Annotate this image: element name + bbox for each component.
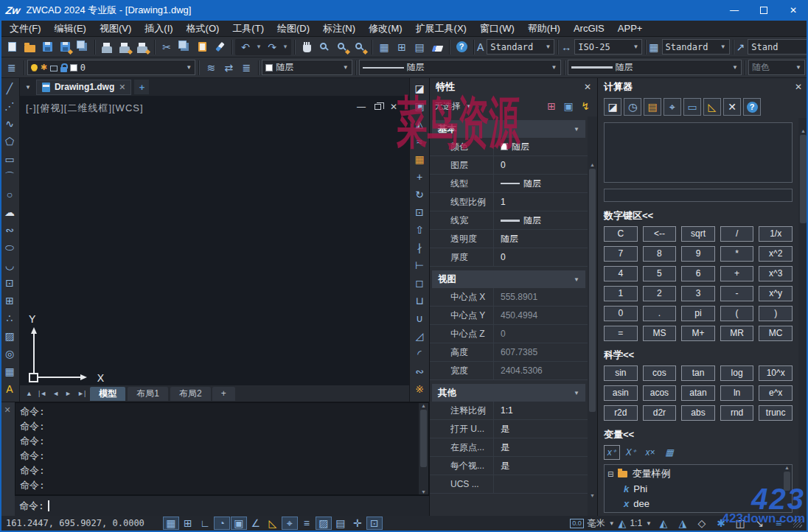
scroll-up-icon[interactable]: ▲	[421, 403, 426, 408]
save-all-button[interactable]	[74, 39, 91, 55]
chevron-down-icon[interactable]: ▼	[720, 43, 726, 50]
calc-key-=[interactable]: =	[604, 326, 638, 341]
property-value[interactable]: 1:1	[493, 402, 588, 419]
tree-collapse-icon[interactable]: ⊟	[607, 470, 613, 478]
calc-key-8[interactable]: 8	[643, 246, 677, 262]
property-value[interactable]: 2404.5306	[493, 362, 588, 379]
calc-key-x^2[interactable]: x^2	[759, 246, 793, 262]
chevron-down-icon[interactable]: ▼	[574, 390, 579, 396]
erase-button[interactable]: ◪	[411, 80, 428, 97]
scale-button[interactable]: ⊡	[411, 203, 428, 221]
tree-item-dee[interactable]: xdee	[607, 496, 779, 511]
clean-screen-button[interactable]: ↘	[751, 517, 767, 530]
scroll-up-icon[interactable]: ▲	[590, 162, 595, 167]
angle-button[interactable]: ◺	[703, 98, 721, 116]
scroll-thumb[interactable]	[784, 472, 790, 491]
layout-nav-button-4[interactable]: ►|	[74, 390, 88, 397]
section-header-基本[interactable]: 基本▼	[432, 120, 585, 138]
chevron-down-icon[interactable]: ▼	[551, 64, 557, 71]
property-value[interactable]	[493, 475, 588, 493]
history-button[interactable]: ◷	[624, 98, 641, 116]
ellipse-button[interactable]: ⬭	[1, 239, 18, 256]
open-file-button[interactable]	[21, 39, 38, 55]
calc-key-9[interactable]: 9	[681, 246, 715, 262]
child-restore-button[interactable]	[375, 104, 381, 110]
viewport-controls[interactable]: [-][俯视][二维线框][WCS]	[26, 102, 144, 115]
grid-button[interactable]: ⊞	[180, 517, 196, 530]
get-coordinates-button[interactable]: ⌖	[664, 98, 681, 116]
new-document-button[interactable]: +	[134, 80, 149, 94]
chevron-down-icon[interactable]: ▼	[545, 43, 551, 50]
property-value[interactable]: 是	[493, 438, 588, 456]
units-label[interactable]: 毫米	[588, 517, 605, 530]
calc-key-)[interactable]: )	[759, 306, 793, 321]
array-button[interactable]: ▦	[411, 150, 428, 168]
table-style-combo[interactable]: Standard▼	[662, 39, 730, 55]
calc-key-pi[interactable]: pi	[681, 306, 715, 321]
property-value[interactable]: 是	[493, 457, 588, 475]
property-value[interactable]: 随层	[493, 230, 588, 248]
sci-key-10^x[interactable]: 10^x	[759, 365, 793, 381]
sci-key-trunc[interactable]: trunc	[759, 405, 793, 421]
calc-key-([interactable]: (	[720, 306, 754, 321]
text-style-combo[interactable]: Standard▼	[487, 39, 554, 55]
delete-variable-button[interactable]: x×	[642, 445, 658, 460]
insert-block-button[interactable]: ⊡	[1, 274, 18, 292]
calc-key-7[interactable]: 7	[604, 246, 638, 262]
point-button[interactable]: ∴	[1, 309, 18, 327]
layer-manager-button[interactable]: ≣	[3, 60, 21, 76]
publish-button[interactable]	[133, 39, 151, 55]
help-button[interactable]	[453, 39, 470, 55]
redo-button[interactable]: ↷	[263, 39, 281, 55]
undo-button[interactable]: ↶	[237, 39, 254, 55]
tree-item-Phi[interactable]: kPhi	[607, 481, 779, 496]
lineweight-button[interactable]: ≡	[299, 517, 315, 530]
break-button[interactable]: ⊔	[411, 292, 428, 309]
child-close-button[interactable]: ✕	[390, 102, 397, 112]
paste-button[interactable]	[193, 39, 211, 55]
calc-key-5[interactable]: 5	[643, 266, 677, 281]
snap-button[interactable]: ▦	[163, 517, 179, 530]
layout-nav-button-0[interactable]: ▲	[23, 390, 35, 397]
transparency-button[interactable]: ▨	[316, 517, 332, 530]
intersection-button[interactable]: ✕	[723, 98, 741, 116]
calc-key-1/x[interactable]: 1/x	[759, 226, 793, 242]
print-button[interactable]	[98, 39, 116, 55]
numpad-section-title[interactable]: 数字键区<<	[604, 209, 793, 223]
menu-item-10[interactable]: 窗口(W)	[473, 21, 521, 36]
command-scrollbar[interactable]: ▲ ▼	[419, 403, 428, 494]
calculator-close-icon[interactable]: ✕	[795, 82, 802, 92]
join-button[interactable]: ∪	[411, 309, 428, 327]
toggle-pickadd-button[interactable]: ⊞	[544, 99, 559, 113]
layout-tab-模型[interactable]: 模型	[90, 387, 125, 401]
menu-item-2[interactable]: 视图(V)	[93, 21, 138, 36]
command-history-lines[interactable]: 命令:命令:命令:命令:命令:命令:	[15, 403, 419, 494]
property-value[interactable]: 0	[493, 325, 588, 343]
calc-key-x^y[interactable]: x^y	[759, 286, 793, 301]
tab-close-icon[interactable]: ✕	[119, 83, 125, 92]
blend-button[interactable]: ∾	[411, 363, 428, 380]
distance-button[interactable]: ▭	[683, 98, 701, 116]
layer-translator-button[interactable]: ≣	[237, 60, 255, 76]
calc-key-4[interactable]: 4	[604, 266, 638, 281]
explode-button[interactable]: ※	[411, 380, 428, 398]
annotation-scale-icon[interactable]: ◭	[619, 518, 627, 528]
calc-key-C[interactable]: C	[604, 226, 638, 242]
calc-key-x^3[interactable]: x^3	[759, 266, 793, 281]
lineweight-combo[interactable]: 随层 ▼	[568, 60, 742, 75]
circle-button[interactable]: ○	[1, 186, 18, 203]
calc-key-MC[interactable]: MC	[759, 326, 793, 341]
properties-scrollbar[interactable]: ▲ ▼	[588, 116, 597, 516]
undo-dropdown-button[interactable]: ▾	[254, 39, 263, 55]
calc-key-<--[interactable]: <--	[643, 226, 677, 242]
mtext-button[interactable]: A	[1, 380, 18, 398]
maximize-button[interactable]	[749, 0, 779, 21]
annotation-visibility-button[interactable]: ◭	[655, 517, 672, 530]
revision-cloud-button[interactable]: ☁	[1, 203, 18, 221]
property-value[interactable]: 607.7385	[493, 343, 588, 361]
construction-line-button[interactable]: ⋰	[1, 97, 18, 115]
cut-button[interactable]: ✂	[158, 39, 175, 55]
menu-item-11[interactable]: 帮助(H)	[521, 21, 567, 36]
chevron-down-icon[interactable]: ▼	[343, 64, 349, 71]
menu-item-9[interactable]: 扩展工具(X)	[409, 21, 473, 36]
